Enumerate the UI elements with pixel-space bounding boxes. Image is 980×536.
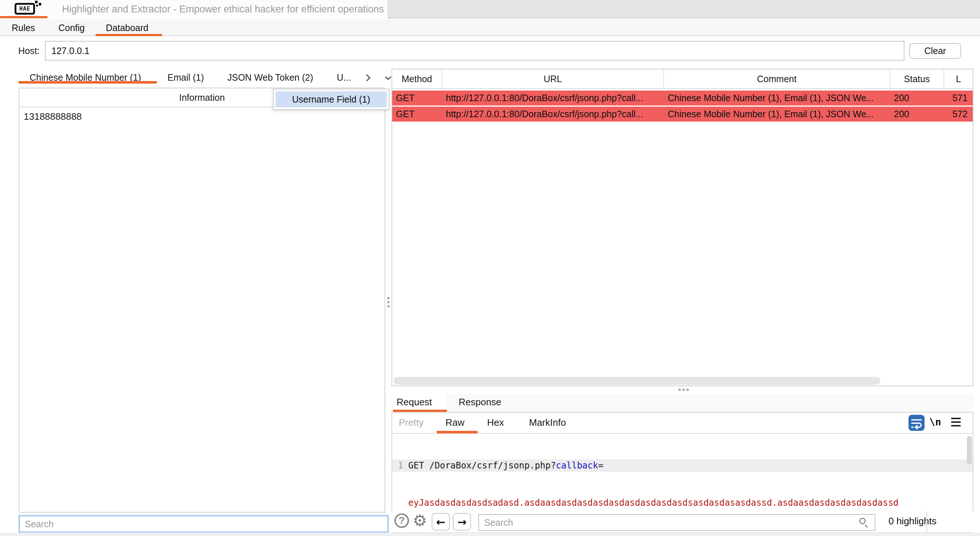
newline-toggle-icon[interactable]: \n [929, 416, 941, 428]
request-row[interactable]: GET http://127.0.0.1:80/DoraBox/csrf/jso… [392, 107, 973, 121]
splitter-grip-icon [387, 297, 390, 309]
requests-table: Method URL Comment Status L GET http://1… [391, 69, 974, 386]
word-wrap-toggle-icon[interactable] [908, 415, 924, 431]
tab-pretty[interactable]: Pretty [399, 417, 423, 428]
cell-comment: Chinese Mobile Number (1), Email (1), JS… [664, 109, 890, 120]
hae-extension-window: HAE Highlighter and Extractor - Empower … [0, 0, 980, 536]
line-number: 1 [392, 459, 403, 472]
cell-method: GET [392, 93, 442, 103]
requests-table-header: Method URL Comment Status L [392, 69, 973, 89]
host-bar: Host: Clear [0, 36, 980, 66]
cell-url: http://127.0.0.1:80/DoraBox/csrf/jsonp.p… [442, 93, 664, 103]
logo-pixel [35, 1, 38, 3]
vertical-splitter[interactable] [386, 66, 390, 536]
tab-raw[interactable]: Raw [445, 417, 465, 428]
scroll-tabs-right-icon[interactable] [363, 73, 373, 83]
tab-json-web-token[interactable]: JSON Web Token (2) [227, 72, 313, 83]
column-header-length[interactable]: L [944, 69, 973, 88]
vertical-scrollbar[interactable] [967, 436, 972, 464]
cell-status: 200 [890, 93, 944, 103]
code-line: 1GET /DoraBox/csrf/jsonp.php?callback= [392, 459, 973, 472]
clear-button[interactable]: Clear [909, 43, 961, 59]
cell-status: 200 [890, 109, 944, 120]
gear-icon[interactable]: ⚙ [413, 511, 427, 530]
splitter-grip-icon [678, 389, 689, 391]
cell-length: 571 [944, 93, 973, 103]
extension-tab-strip: HAE Highlighter and Extractor - Empower … [0, 0, 980, 18]
param-name: callback [556, 459, 598, 472]
tab-response[interactable]: Response [459, 397, 501, 408]
column-header-method[interactable]: Method [392, 69, 442, 88]
active-datatype-tab-indicator [19, 81, 157, 84]
request-raw-content[interactable]: 1GET /DoraBox/csrf/jsonp.php?callback= e… [392, 434, 973, 513]
active-extension-tab-indicator [0, 16, 48, 18]
code-line: eyJasdasdasdasdsadasd.asdaasdasdasdasdas… [392, 496, 973, 509]
param-value: eyJasdasdasdasdsadasd.asdaasdasdasdasdas… [408, 496, 899, 509]
active-mode-tab-indicator [437, 431, 477, 433]
left-search-input[interactable] [19, 515, 388, 532]
host-label: Host: [18, 46, 40, 56]
tab-request[interactable]: Request [396, 397, 432, 408]
tab-email[interactable]: Email (1) [167, 72, 204, 83]
search-icon [859, 518, 866, 524]
main-tab-bar: Rules Config Databoard [0, 19, 980, 36]
highlights-count: 0 highlights [883, 515, 942, 527]
horizontal-scrollbar[interactable] [394, 377, 880, 385]
cell-url: http://127.0.0.1:80/DoraBox/csrf/jsonp.p… [442, 109, 664, 120]
column-header-comment[interactable]: Comment [664, 69, 890, 88]
column-header-status[interactable]: Status [890, 69, 944, 88]
footer-divider [926, 511, 927, 532]
logo-pixel [39, 3, 41, 5]
tab-databoard[interactable]: Databoard [106, 22, 148, 33]
table-row[interactable]: 13188888888 [24, 111, 82, 122]
editor-search-input[interactable] [478, 514, 875, 531]
help-icon[interactable]: ? [395, 514, 409, 528]
message-tab-bar: Request Response [391, 394, 974, 412]
column-header-url[interactable]: URL [442, 69, 664, 88]
cell-method: GET [392, 109, 442, 120]
hae-extension-tab[interactable]: HAE Highlighter and Extractor - Empower … [0, 0, 388, 18]
editor-footer: ? ⚙ ← → 0 highlights [391, 511, 974, 532]
horizontal-splitter[interactable] [391, 386, 974, 394]
cell-length: 572 [944, 109, 973, 120]
hae-logo-icon: HAE [14, 3, 35, 14]
menu-item-username-field[interactable]: Username Field (1) [275, 91, 387, 107]
cell-comment: Chinese Mobile Number (1), Email (1), JS… [664, 93, 890, 103]
editor-mode-tab-bar: Pretty Raw Hex MarkInfo \n [392, 413, 973, 434]
next-match-button[interactable]: → [453, 513, 471, 531]
tab-rules[interactable]: Rules [12, 22, 35, 33]
code-text: = [598, 459, 603, 472]
host-input[interactable] [45, 41, 904, 61]
request-row[interactable]: GET http://127.0.0.1:80/DoraBox/csrf/jso… [392, 91, 973, 105]
bottom-strip [0, 533, 980, 536]
information-table: Information 13188888888 [19, 88, 385, 513]
prev-match-button[interactable]: ← [432, 513, 450, 531]
tab-username-field-truncated[interactable]: U... [337, 72, 351, 83]
logo-pixel [36, 5, 38, 6]
tab-hex[interactable]: Hex [487, 417, 504, 428]
code-text: GET /DoraBox/csrf/jsonp.php? [408, 459, 556, 472]
tab-config[interactable]: Config [58, 22, 84, 33]
tab-overflow-menu: Username Field (1) [273, 89, 389, 110]
extension-title: Highlighter and Extractor - Empower ethi… [62, 4, 384, 15]
tab-markinfo[interactable]: MarkInfo [529, 417, 566, 428]
editor-menu-icon[interactable] [951, 418, 961, 426]
line-number [392, 496, 403, 509]
